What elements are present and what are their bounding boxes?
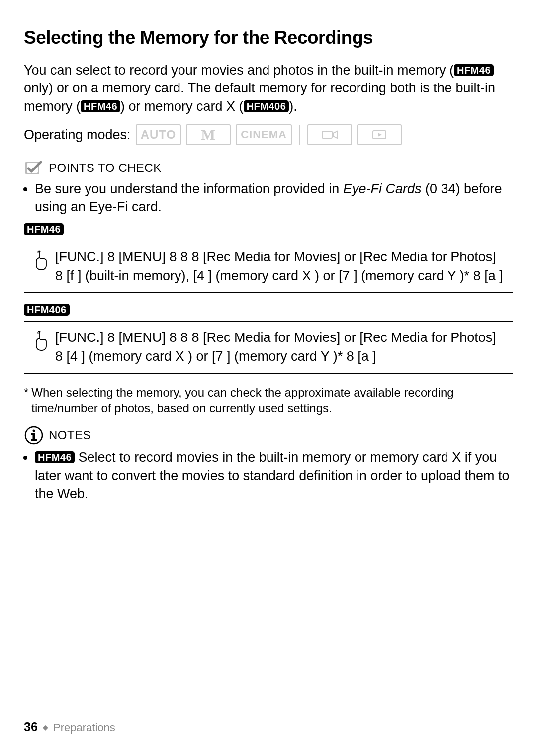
footnote-marker: *	[24, 385, 28, 416]
model-pill-hfm46: HFM46	[81, 100, 120, 112]
model-pill-hfm406: HFM406	[244, 100, 289, 112]
bullet-emphasis: Eye-Fi Cards	[343, 181, 422, 196]
svg-point-9	[33, 430, 35, 432]
intro-text: ).	[289, 99, 297, 114]
svg-rect-11	[31, 433, 35, 435]
points-to-check-label: POINTS TO CHECK	[49, 161, 162, 175]
page-number: 36	[24, 720, 38, 734]
mode-manual: M	[186, 124, 231, 145]
footnote: * When selecting the memory, you can che…	[24, 385, 513, 416]
instruction-text: [FUNC.] 8 [MENU] 8 8 8 [Rec Media for Mo…	[55, 329, 506, 366]
page-footer: 36 ◆ Preparations	[24, 720, 115, 734]
info-icon	[24, 425, 44, 445]
notes-header: NOTES	[24, 425, 513, 445]
intro-paragraph: You can select to record your movies and…	[24, 61, 513, 115]
mode-cinema: CINEMA	[236, 124, 292, 145]
notes-item: HFM46 Select to record movies in the bui…	[35, 448, 513, 503]
points-to-check-list: Be sure you understand the information p…	[24, 180, 513, 216]
mode-camera-icon	[307, 124, 352, 145]
mode-auto: AUTO	[136, 124, 181, 145]
mode-play-icon	[357, 124, 402, 145]
notes-text: Select to record movies in the built-in …	[35, 450, 510, 501]
svg-rect-0	[322, 131, 332, 138]
model-section-tag: HFM46	[24, 223, 513, 236]
bullet-text: Be sure you understand the information p…	[35, 181, 343, 196]
touch-icon	[31, 330, 48, 353]
notes-list: HFM46 Select to record movies in the bui…	[24, 448, 513, 503]
points-to-check-item: Be sure you understand the information p…	[35, 180, 513, 216]
touch-icon	[31, 249, 48, 273]
svg-marker-1	[333, 131, 337, 138]
model-pill-hfm46: HFM46	[35, 451, 75, 463]
footnote-text: When selecting the memory, you can check…	[31, 385, 513, 416]
model-pill-hfm46: HFM46	[24, 223, 64, 235]
svg-point-6	[39, 250, 41, 252]
intro-text: You can select to record your movies and…	[24, 63, 454, 78]
operating-modes-label: Operating modes:	[24, 127, 131, 143]
intro-text: ) or memory card X (	[120, 99, 244, 114]
instruction-box: [FUNC.] 8 [MENU] 8 8 8 [Rec Media for Mo…	[24, 321, 513, 374]
svg-marker-3	[378, 133, 382, 137]
instruction-box: [FUNC.] 8 [MENU] 8 8 8 [Rec Media for Mo…	[24, 241, 513, 293]
notes-label: NOTES	[49, 428, 91, 442]
model-section-tag: HFM406	[24, 304, 513, 316]
chapter-name: Preparations	[53, 721, 115, 734]
operating-modes-row: Operating modes: AUTO M CINEMA	[24, 124, 513, 145]
mode-divider	[299, 125, 300, 145]
instruction-text: [FUNC.] 8 [MENU] 8 8 8 [Rec Media for Mo…	[55, 248, 506, 286]
section-title: Selecting the Memory for the Recordings	[24, 25, 513, 48]
svg-rect-12	[31, 439, 37, 441]
footer-separator-icon: ◆	[41, 723, 50, 731]
points-to-check-header: POINTS TO CHECK	[24, 159, 513, 177]
checkmark-icon	[24, 159, 44, 177]
svg-point-7	[39, 331, 41, 333]
model-pill-hfm406: HFM406	[24, 304, 70, 316]
model-pill-hfm46: HFM46	[454, 64, 494, 76]
